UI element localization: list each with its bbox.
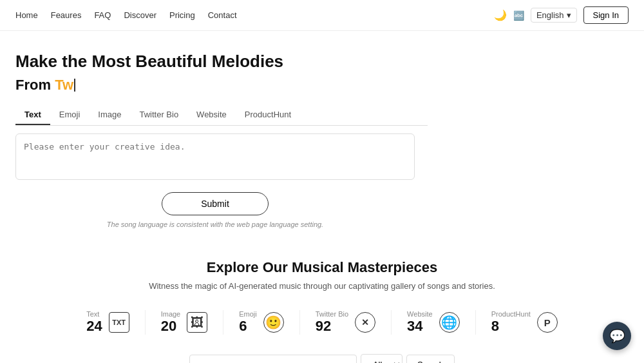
hero-from-label: From <box>15 77 51 93</box>
input-tabs: Text Emoji Image Twitter Bio Website Pro… <box>15 105 428 126</box>
stat-producthunt-icon: P <box>537 312 558 333</box>
tab-producthunt[interactable]: ProductHunt <box>236 105 300 125</box>
explore-section: Explore Our Musical Masterpieces Witness… <box>0 241 644 297</box>
stat-image-number: 20 <box>161 318 181 335</box>
navbar: Home Feaures FAQ Discover Pricing Contac… <box>0 0 644 31</box>
stat-producthunt-type: ProductHunt <box>491 310 531 318</box>
hero-typed-text: Tw <box>55 77 73 93</box>
language-label: English <box>536 10 564 20</box>
input-area <box>15 133 415 182</box>
idea-input[interactable] <box>15 133 415 180</box>
nav-pricing[interactable]: Pricing <box>169 10 195 20</box>
stat-twitter-number: 92 <box>316 318 348 335</box>
chat-icon: 💬 <box>609 328 625 344</box>
stat-text-number: 24 <box>86 318 102 335</box>
stat-producthunt-info: ProductHunt 8 <box>491 310 531 335</box>
filter-select[interactable]: All <box>361 354 402 363</box>
stat-website-info: Website 34 <box>407 310 433 335</box>
stat-website-type: Website <box>407 310 433 318</box>
stat-text-type: Text <box>86 310 102 318</box>
stat-twitter-icon: ✕ <box>355 312 375 333</box>
hero-from-line: From Tw <box>15 77 538 93</box>
nav-discover[interactable]: Discover <box>124 10 156 20</box>
cursor <box>74 79 75 92</box>
stat-image-type: Image <box>161 310 181 318</box>
nav-links: Home Feaures FAQ Discover Pricing Contac… <box>15 10 237 20</box>
stat-text-icon: TXT <box>109 312 129 333</box>
search-input[interactable] <box>189 355 357 363</box>
stat-producthunt: ProductHunt 8 P <box>476 310 573 335</box>
stat-emoji-icon: 🙂 <box>263 312 284 333</box>
chevron-down-icon: ▾ <box>567 10 571 20</box>
stat-producthunt-number: 8 <box>491 318 531 335</box>
stat-website: Website 34 🌐 <box>392 310 476 335</box>
explore-subtitle: Witness the magic of AI-generated music … <box>15 281 629 291</box>
nav-contact[interactable]: Contact <box>208 10 237 20</box>
tab-emoji[interactable]: Emoji <box>50 105 90 125</box>
stat-twitter-type: Twitter Bio <box>316 310 348 318</box>
explore-title: Explore Our Musical Masterpieces <box>15 259 629 276</box>
stat-image: Image 20 🖼 <box>146 310 224 335</box>
lang-icon: 🔤 <box>513 10 524 21</box>
tab-website[interactable]: Website <box>187 105 236 125</box>
stat-emoji-number: 6 <box>239 318 257 335</box>
nav-right: 🌙 🔤 English ▾ Sign In <box>494 6 629 24</box>
sign-in-button[interactable]: Sign In <box>583 6 629 24</box>
nav-faq[interactable]: FAQ <box>94 10 111 20</box>
stat-emoji-type: Emoji <box>239 310 257 318</box>
submit-wrapper: Submit <box>15 192 415 215</box>
search-row: All Search <box>0 348 644 363</box>
tab-image[interactable]: Image <box>89 105 130 125</box>
stat-image-info: Image 20 <box>161 310 181 335</box>
tab-twitter-bio[interactable]: Twitter Bio <box>130 105 187 125</box>
stat-image-icon: 🖼 <box>187 312 207 333</box>
dark-mode-button[interactable]: 🌙 <box>494 9 507 21</box>
stat-website-icon: 🌐 <box>439 312 460 333</box>
stat-text: Text 24 TXT <box>71 310 145 335</box>
stat-twitter: Twitter Bio 92 ✕ <box>300 310 392 335</box>
nav-home[interactable]: Home <box>15 10 38 20</box>
chat-button[interactable]: 💬 <box>603 322 631 350</box>
stat-twitter-info: Twitter Bio 92 <box>316 310 348 335</box>
stat-emoji: Emoji 6 🙂 <box>223 310 300 335</box>
hero-title: Make the Most Beautiful Melodies <box>15 52 538 72</box>
submit-button[interactable]: Submit <box>162 192 269 215</box>
stats-row: Text 24 TXT Image 20 🖼 Emoji 6 🙂 Twitter… <box>0 297 644 348</box>
tab-text[interactable]: Text <box>15 105 50 125</box>
stat-text-info: Text 24 <box>86 310 102 335</box>
search-button[interactable]: Search <box>406 355 455 363</box>
language-selector[interactable]: English ▾ <box>531 8 577 23</box>
nav-features[interactable]: Feaures <box>51 10 82 20</box>
stat-website-number: 34 <box>407 318 433 335</box>
hero-section: Make the Most Beautiful Melodies From Tw… <box>0 31 554 241</box>
stat-emoji-info: Emoji 6 <box>239 310 257 335</box>
language-note: The song language is consistent with the… <box>15 221 415 228</box>
